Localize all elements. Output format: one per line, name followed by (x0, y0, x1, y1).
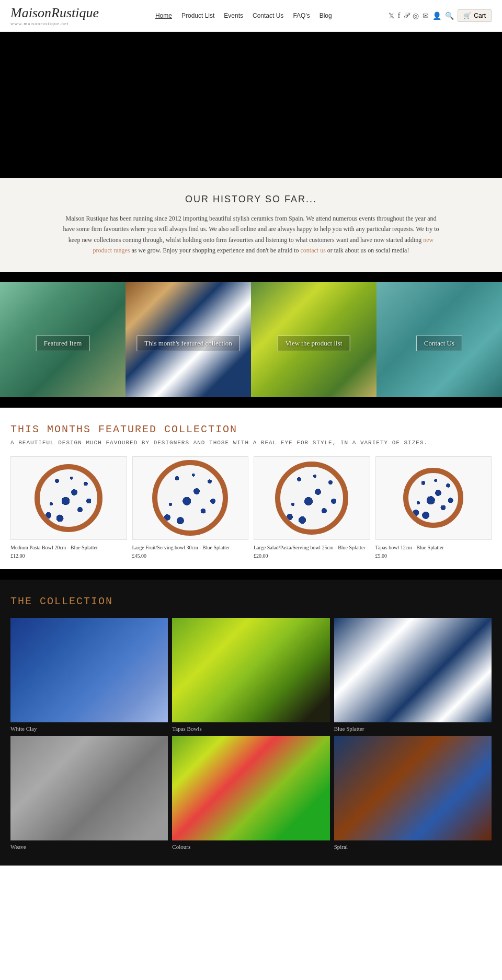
search-icon[interactable]: 🔍 (445, 11, 454, 20)
email-icon[interactable]: ✉ (423, 11, 429, 20)
featured-subtitle: A BEAUTIFUL DESIGN MUCH FAVOURED BY DESI… (10, 440, 492, 446)
history-section: OUR HISTORY SO FAR... Maison Rustique ha… (0, 178, 502, 272)
plate-circle-0 (35, 464, 102, 532)
logo[interactable]: MaisonRustique (10, 5, 99, 21)
social-icons: 𝕏 f 𝒫 ◎ ✉ 👤 🔍 🛒 Cart (389, 9, 492, 22)
product-image-1 (132, 456, 249, 540)
collection-image-weave (10, 736, 168, 840)
collection-grid: White Clay Tapas Bowls Blue Splatter Wea… (10, 618, 492, 850)
collection-item-0[interactable]: White Clay (10, 618, 168, 732)
hero-image (0, 32, 502, 178)
collection-name-4: Colours (172, 844, 329, 850)
plate-circle-3 (403, 468, 463, 528)
product-image-2 (254, 456, 370, 540)
collection-section: THE COLLECTION White Clay Tapas Bowls Bl… (0, 580, 502, 866)
product-price-3: £5.00 (375, 553, 492, 559)
twitter-icon[interactable]: 𝕏 (389, 11, 394, 20)
nav-contact[interactable]: Contact Us (253, 12, 283, 19)
site-header: MaisonRustique www.maisonrustique.net Ho… (0, 0, 502, 32)
product-name-2: Large Salad/Pasta/Serving bowl 25cm - Bl… (254, 544, 370, 551)
product-price-0: £12.00 (10, 553, 127, 559)
collection-name-5: Spiral (334, 844, 492, 850)
product-price-2: £20.00 (254, 553, 370, 559)
nav-blog[interactable]: Blog (320, 12, 332, 19)
collection-image-blue-splatter (334, 618, 492, 722)
promo-item-featured[interactable]: Featured Item (0, 282, 126, 397)
divider (0, 569, 502, 580)
product-price-1: £45.00 (132, 553, 249, 559)
promo-label-collection: This month's featured collection (136, 336, 239, 351)
nav-product-list[interactable]: Product List (181, 12, 214, 19)
product-grid: Medium Pasta Bowl 20cm - Blue Splatter £… (10, 456, 492, 559)
logo-subtitle: www.maisonrustique.net (10, 21, 69, 26)
nav-events[interactable]: Events (224, 12, 243, 19)
collection-name-3: Weave (10, 844, 168, 850)
pinterest-icon[interactable]: 𝒫 (404, 11, 409, 20)
collection-name-2: Blue Splatter (334, 725, 492, 732)
promo-item-product-list[interactable]: View the product list (251, 282, 376, 397)
product-name-0: Medium Pasta Bowl 20cm - Blue Splatter (10, 544, 127, 551)
facebook-icon[interactable]: f (398, 11, 401, 20)
nav-faqs[interactable]: FAQ's (293, 12, 310, 19)
featured-title: THIS MONTHS FEATURED COLLECTION (10, 423, 492, 435)
history-text-part2: as we grow. Enjoy your shopping experien… (130, 247, 301, 254)
product-image-3 (375, 456, 492, 540)
history-text-part1: Maison Rustique has been running since 2… (63, 215, 439, 244)
logo-area: MaisonRustique www.maisonrustique.net (10, 5, 99, 26)
collection-image-colours (172, 736, 329, 840)
plate-circle-2 (275, 462, 348, 535)
product-name-3: Tapas bowl 12cm - Blue Splatter (375, 544, 492, 551)
collection-item-3[interactable]: Weave (10, 736, 168, 850)
history-text-part3: or talk about us on social media! (326, 247, 409, 254)
product-image-0 (10, 456, 127, 540)
featured-section: THIS MONTHS FEATURED COLLECTION A BEAUTI… (0, 408, 502, 569)
promo-label-product-list: View the product list (278, 336, 350, 351)
product-item-1[interactable]: Large Fruit/Serving bowl 30cm - Blue Spl… (132, 456, 249, 559)
product-item-0[interactable]: Medium Pasta Bowl 20cm - Blue Splatter £… (10, 456, 127, 559)
cart-icon: 🛒 (463, 12, 471, 19)
product-name-1: Large Fruit/Serving bowl 30cm - Blue Spl… (132, 544, 249, 551)
cart-label: Cart (474, 12, 486, 19)
collection-image-tapas-bowls (172, 618, 329, 722)
promo-label-contact: Contact Us (416, 336, 462, 351)
collection-item-4[interactable]: Colours (172, 736, 329, 850)
user-icon[interactable]: 👤 (432, 11, 441, 20)
cart-button[interactable]: 🛒 Cart (458, 9, 492, 22)
collection-item-5[interactable]: Spiral (334, 736, 492, 850)
collection-item-1[interactable]: Tapas Bowls (172, 618, 329, 732)
product-item-3[interactable]: Tapas bowl 12cm - Blue Splatter £5.00 (375, 456, 492, 559)
collection-title: THE COLLECTION (10, 595, 492, 607)
collection-name-1: Tapas Bowls (172, 725, 329, 732)
contact-us-link[interactable]: contact us (300, 247, 325, 254)
promo-item-collection[interactable]: This month's featured collection (126, 282, 251, 397)
promo-grid: Featured Item This month's featured coll… (0, 272, 502, 408)
main-nav: Home Product List Events Contact Us FAQ'… (155, 12, 332, 19)
nav-home[interactable]: Home (155, 12, 172, 19)
collection-image-white-clay (10, 618, 168, 722)
promo-item-contact[interactable]: Contact Us (376, 282, 502, 397)
collection-name-0: White Clay (10, 725, 168, 732)
instagram-icon[interactable]: ◎ (413, 11, 419, 20)
promo-label-featured: Featured Item (36, 336, 90, 351)
history-text: Maison Rustique has been running since 2… (63, 213, 439, 256)
collection-item-2[interactable]: Blue Splatter (334, 618, 492, 732)
history-title: OUR HISTORY SO FAR... (31, 194, 471, 205)
plate-circle-1 (152, 460, 228, 536)
product-item-2[interactable]: Large Salad/Pasta/Serving bowl 25cm - Bl… (254, 456, 370, 559)
collection-image-spiral (334, 736, 492, 840)
